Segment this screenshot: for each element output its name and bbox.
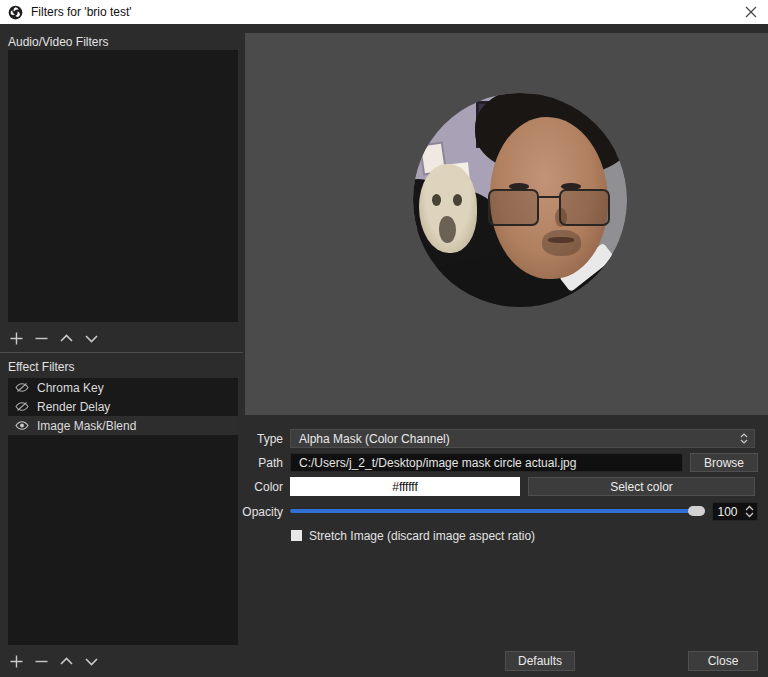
opacity-slider[interactable]: [290, 503, 705, 519]
opacity-spinbox[interactable]: 100: [712, 502, 758, 521]
close-x-icon[interactable]: [740, 2, 762, 22]
opacity-slider-handle[interactable]: [688, 506, 705, 516]
list-item-chroma-key[interactable]: Chroma Key: [8, 378, 238, 397]
filter-name: Render Delay: [37, 400, 110, 414]
filter-name: Image Mask/Blend: [37, 419, 136, 433]
type-label: Type: [228, 432, 283, 446]
close-button[interactable]: Close: [688, 651, 758, 671]
titlebar: Filters for 'brio test': [0, 0, 768, 24]
window-title: Filters for 'brio test': [31, 5, 132, 19]
eye-slash-icon[interactable]: [15, 382, 30, 394]
filters-dialog: Filters for 'brio test' Audio/Video Filt…: [0, 0, 768, 677]
up-down-spinner-icon[interactable]: [742, 503, 757, 520]
color-value-swatch[interactable]: #ffffff: [290, 477, 520, 496]
path-label: Path: [228, 456, 283, 470]
list-item-image-mask-blend[interactable]: Image Mask/Blend: [8, 416, 238, 435]
eye-slash-icon[interactable]: [15, 401, 30, 413]
webcam-preview-image: [413, 93, 627, 307]
minus-icon[interactable]: [33, 653, 49, 669]
effect-filters-list: Chroma Key Render Delay Image Mask/Blend: [8, 378, 238, 645]
left-panel-divider: [0, 352, 243, 353]
opacity-label: Opacity: [228, 505, 283, 519]
opacity-slider-track[interactable]: [290, 509, 705, 513]
browse-button[interactable]: Browse: [690, 453, 758, 472]
plus-icon[interactable]: [8, 330, 24, 346]
list-item-render-delay[interactable]: Render Delay: [8, 397, 238, 416]
stretch-image-label[interactable]: Stretch Image (discard image aspect rati…: [309, 529, 535, 543]
plus-icon[interactable]: [8, 653, 24, 669]
audio-video-filters-list[interactable]: [8, 50, 238, 322]
audio-video-list-toolbar: [8, 329, 99, 347]
minus-icon[interactable]: [33, 330, 49, 346]
eye-icon[interactable]: [15, 420, 30, 432]
type-value: Alpha Mask (Color Channel): [299, 432, 450, 446]
up-down-spinner-icon[interactable]: [736, 431, 752, 446]
effect-list-toolbar: [8, 652, 99, 670]
filter-name: Chroma Key: [37, 381, 104, 395]
filter-preview-area: [245, 33, 768, 415]
type-dropdown[interactable]: Alpha Mask (Color Channel): [290, 429, 755, 448]
obs-logo-icon: [8, 5, 23, 20]
effect-filters-header: Effect Filters: [8, 360, 74, 374]
select-color-button[interactable]: Select color: [528, 477, 755, 496]
audio-video-filters-header: Audio/Video Filters: [8, 35, 109, 49]
chevron-down-icon[interactable]: [83, 330, 99, 346]
chevron-down-icon[interactable]: [83, 653, 99, 669]
defaults-button[interactable]: Defaults: [505, 651, 575, 671]
stretch-image-checkbox[interactable]: [291, 530, 302, 541]
color-label: Color: [228, 480, 283, 494]
opacity-value: 100: [713, 505, 742, 519]
chevron-up-icon[interactable]: [58, 330, 74, 346]
path-input[interactable]: C:/Users/j_2_t/Desktop/image mask circle…: [290, 453, 683, 472]
chevron-up-icon[interactable]: [58, 653, 74, 669]
